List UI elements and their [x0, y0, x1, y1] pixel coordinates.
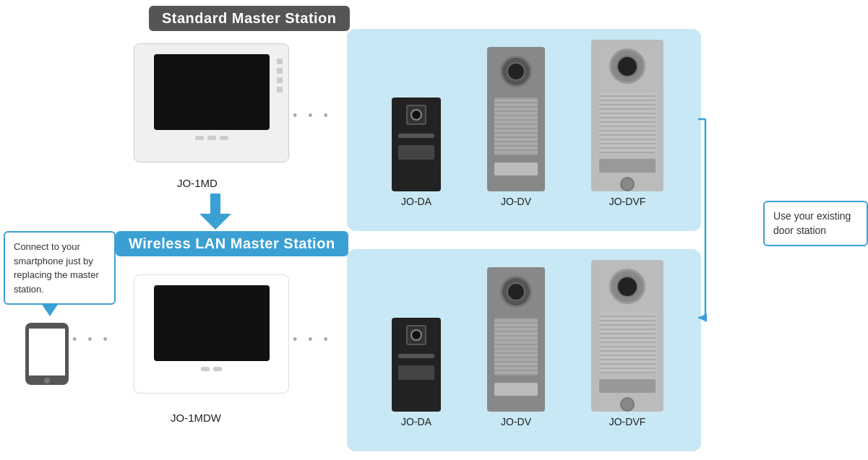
dots-top: • • • [293, 108, 332, 123]
smartphone-icon [22, 321, 72, 386]
camera-bottom-da [406, 325, 426, 345]
master-screen-bottom [154, 285, 270, 361]
camera-bottom-dv [500, 276, 532, 308]
station-dv-body-top [487, 47, 545, 191]
nameplate-dv-top [494, 162, 538, 175]
station-jo-dvf-bottom: JO-DVF [591, 260, 663, 428]
speaker-da-bottom [398, 354, 434, 358]
label-jo-dv-bottom: JO-DV [501, 416, 531, 428]
bracket-arrow-svg [698, 112, 749, 325]
cam-lens-da-top [411, 109, 422, 121]
speaker-dvf-bottom [599, 313, 656, 373]
dots-bottom-station: • • • [293, 332, 332, 347]
master-station-bottom [134, 274, 289, 403]
svg-point-2 [44, 378, 50, 383]
label-jo-dvf-bottom: JO-DVF [609, 416, 646, 428]
existing-door-station-box: Use your existing door station [763, 201, 868, 246]
cam-lens-da-bottom [411, 329, 422, 341]
speaker-dv-top [494, 97, 538, 155]
side-btn-4 [277, 87, 283, 92]
camera-top-da [406, 105, 426, 125]
station-jo-da-top: JO-DA [392, 97, 441, 207]
speaker-dvf-top [599, 92, 656, 152]
label-jo-da-top: JO-DA [401, 196, 431, 207]
bottom-door-stations: JO-DA JO-DV JO-DVF [361, 260, 694, 428]
station-jo-dvf-top: JO-DVF [591, 40, 663, 207]
btn-da-bottom [398, 365, 434, 380]
btn-dvf-top [620, 177, 635, 191]
master-btn-2 [207, 136, 216, 140]
cam-inner-dv-bottom [507, 282, 525, 301]
device-label-jo1md: JO-1MD [177, 177, 218, 189]
master-btn-b1 [201, 367, 210, 371]
station-jo-dv-bottom: JO-DV [487, 267, 545, 428]
label-standard: Standard Master Station [149, 6, 350, 31]
cam-inner-dvf-bottom [616, 276, 638, 298]
top-door-stations: JO-DA JO-DV JO-DVF [361, 40, 694, 207]
device-label-jo1mdw: JO-1MDW [171, 412, 221, 424]
label-jo-dv-top: JO-DV [501, 196, 531, 207]
master-screen-top [154, 54, 270, 130]
master-station-top [134, 43, 289, 172]
page-container: Standard Master Station JO-1MD • • • [0, 0, 868, 460]
dots-bottom-master: • • • [72, 332, 111, 347]
camera-top-dv [500, 56, 532, 87]
master-btn-1 [195, 136, 204, 140]
speaker-da-top [398, 134, 434, 138]
btn-dvf-bottom [620, 397, 635, 412]
station-jo-da-bottom: JO-DA [392, 318, 441, 428]
side-btn-2 [277, 68, 283, 74]
speaker-dv-bottom [494, 318, 538, 376]
station-dv-body-bottom [487, 267, 545, 412]
btn-da-top [398, 145, 434, 160]
station-jo-dv-top: JO-DV [487, 47, 545, 207]
side-btn-3 [277, 77, 283, 83]
master-btn-b2 [213, 367, 222, 371]
station-da-body-top [392, 97, 441, 191]
cam-inner-dvf-top [616, 56, 638, 77]
svg-marker-6 [698, 313, 707, 322]
label-jo-dvf-top: JO-DVF [609, 196, 646, 207]
master-btn-3 [220, 136, 228, 140]
svg-rect-1 [29, 329, 65, 376]
connect-smartphone-box: Connect to your smartphone just by repla… [4, 231, 116, 305]
label-wireless: Wireless LAN Master Station [116, 231, 348, 256]
station-dvf-body-top [591, 40, 663, 191]
side-btn-1 [277, 58, 283, 64]
nameplate-dv-bottom [494, 383, 538, 396]
nameplate-dvf-bottom [599, 379, 656, 394]
station-dvf-body-bottom [591, 260, 663, 412]
nameplate-dvf-top [599, 159, 656, 173]
camera-top-dvf [609, 48, 645, 84]
cam-inner-dv-top [507, 62, 525, 81]
station-da-body-bottom [392, 318, 441, 412]
camera-bottom-dvf [609, 269, 645, 304]
label-jo-da-bottom: JO-DA [401, 416, 431, 428]
